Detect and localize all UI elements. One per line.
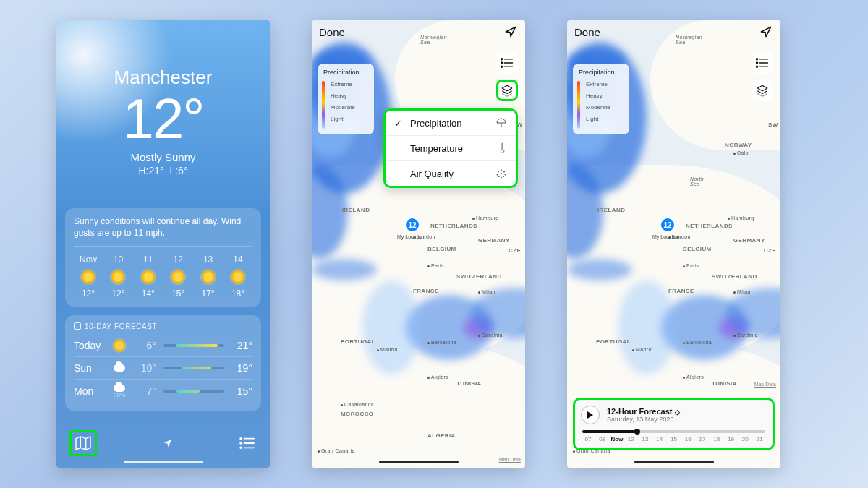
svg-point-11 [501,66,502,67]
tick-label: 17 [697,436,708,442]
precipitation-legend: Precipitation Extreme Heavy Moderate Lig… [573,64,629,134]
map-label: Hamburg [728,215,754,221]
forecast-row[interactable]: Today 6° 21° [74,335,252,356]
svg-point-24 [756,59,757,60]
legend-level: Moderate [331,104,368,111]
layer-option-precipitation[interactable]: ✓Precipitation [386,111,516,135]
map-label: BELGIUM [683,246,712,252]
map-label: Paris [683,263,699,268]
map-button[interactable] [74,434,93,453]
player-text[interactable]: 12-Hour Forecast ◇ Saturday, 13 May 2023 [607,407,680,423]
layers-button[interactable] [752,80,773,101]
hour-label: Now [80,254,97,265]
sea-label: North Sea [690,176,704,187]
hourly-forecast[interactable]: Now 12° 10 12° 11 14° 12 15° 13 17° 14 1… [74,246,252,299]
svg-point-5 [240,447,242,448]
done-button[interactable]: Done [319,26,345,38]
map-label: Casablanca [341,402,374,407]
home-indicator[interactable] [634,461,714,463]
map-label: Sardinia [478,333,503,338]
current-temp: 12° [65,90,261,147]
map-label: SWITZERLAND [712,273,757,280]
forecast-player: 12-Hour Forecast ◇ Saturday, 13 May 2023… [573,398,775,450]
layers-button[interactable] [498,82,516,99]
svg-point-18 [498,176,500,177]
hour-temp: 12° [111,288,124,299]
weather-map-timeline-screen: Norwegian SeaNorth SeaNORWAYIRELANDNETHE… [567,20,780,468]
my-location-pin[interactable]: 12 [660,217,676,233]
map-data-link[interactable]: Map Data [499,457,521,462]
map-label: BELGIUM [427,246,456,252]
sun-icon [171,270,184,283]
map-label: GERMANY [478,237,510,244]
forecast-lo: 6° [135,340,156,351]
hourly-column[interactable]: 14 18° [224,254,252,299]
weather-map-layers-screen: Norwegian SeaNorth SeaNORWAYIRELANDNETHE… [312,20,525,468]
legend-level: Heavy [586,93,624,99]
play-button[interactable] [581,406,600,424]
layers-button-highlight [496,80,518,101]
forecast-row[interactable]: Sun 10° 19° [74,356,252,379]
hour-temp: 17° [201,288,214,299]
list-button[interactable] [496,52,518,74]
svg-point-15 [496,174,498,176]
tick-label: 14 [654,436,665,442]
forecast-day: Mon [74,385,104,397]
svg-point-4 [240,442,242,444]
layers-icon [501,84,514,97]
map-label: ALGERIA [427,432,456,439]
hourly-column[interactable]: Now 12° [74,254,103,299]
home-indicator[interactable] [124,461,203,463]
legend-title: Precipitation [323,69,368,76]
list-button[interactable] [238,434,257,453]
hourly-column[interactable]: 13 17° [194,254,223,299]
hourly-column[interactable]: 10 12° [103,254,132,299]
ten-day-forecast-card[interactable]: 10-DAY FORECAST Today 6° 21° Sun 10° 19°… [65,315,261,411]
forecast-hi: 19° [231,362,252,374]
layer-option-temperature[interactable]: Temperature [386,135,516,160]
list-icon [501,58,514,68]
timeline-track[interactable] [582,430,765,433]
map-side-buttons [752,52,773,101]
forecast-header: 10-DAY FORECAST [74,322,252,330]
tick-label: 19 [726,436,737,442]
home-indicator[interactable] [379,461,459,463]
summary-card[interactable]: Sunny conditions will continue all day. … [65,208,261,307]
legend-level: Extreme [586,81,624,87]
map-label: NETHERLANDS [686,223,733,229]
forecast-title: 10-DAY FORECAST [85,322,157,330]
tick-label: 15 [668,436,680,442]
hourly-column[interactable]: 11 14° [134,254,163,299]
map-data-link[interactable]: Map Data [754,382,776,387]
summary-text: Sunny conditions will continue all day. … [74,215,252,239]
hourly-column[interactable]: 12 15° [163,254,192,299]
weather-home-screen: Manchester 12° Mostly Sunny H:21° L:6° S… [56,20,270,468]
timeline-knob[interactable] [634,429,640,435]
location-arrow-button[interactable] [759,25,773,39]
legend-title: Precipitation [579,69,624,76]
my-location-pin[interactable]: 12 [404,217,420,233]
bottom-toolbar [56,430,270,456]
map-label: Barcelona [427,340,456,345]
play-icon [587,411,594,419]
svg-point-13 [498,171,499,173]
current-location-button[interactable] [158,434,177,453]
map-label: FRANCE [413,288,439,294]
timeline[interactable]: 0708Now12131415161718192021 [582,430,765,442]
low-temp: L:6° [169,165,187,176]
map-icon [75,436,91,450]
map-side-buttons [496,52,518,101]
forecast-row[interactable]: Mon 30% 7° 15° [74,379,252,403]
map-top-bar: Done [312,25,525,39]
location-arrow-button[interactable] [503,25,518,39]
list-button[interactable] [752,52,773,74]
legend-color-scale [322,81,325,129]
svg-point-26 [756,66,757,67]
sun-icon [82,270,95,283]
layer-option-air-quality[interactable]: Air Quality [386,160,516,186]
done-button[interactable]: Done [574,26,600,38]
thermometer-icon [497,142,507,154]
list-icon [756,58,769,68]
hour-label: 11 [143,254,153,265]
hour-label: 10 [114,254,123,265]
